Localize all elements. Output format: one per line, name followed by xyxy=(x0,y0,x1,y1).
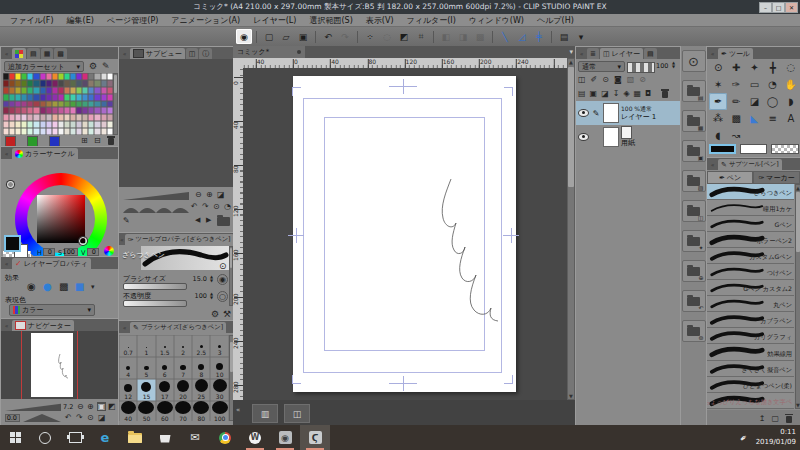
material-3d-folder[interactable]: ◫ xyxy=(682,200,706,222)
brush-size-12[interactable]: 12 xyxy=(119,379,137,401)
brush-size-50[interactable]: 50 xyxy=(137,401,155,421)
previous-image-icon[interactable]: ◀ xyxy=(195,216,200,224)
tool-eyedropper[interactable]: ✑ xyxy=(727,76,745,93)
brush-size-4[interactable]: 4 xyxy=(119,357,137,379)
brush-size-10[interactable]: 10 xyxy=(210,357,228,379)
opacity-stepper[interactable]: ▲▼ xyxy=(210,292,213,301)
snap-to-special-ruler-button[interactable]: ◿ xyxy=(514,29,530,44)
material-pose-folder[interactable]: ✦ xyxy=(682,230,706,252)
tool-text[interactable]: A xyxy=(782,110,800,127)
material-history-folder[interactable]: ↶ xyxy=(682,290,706,312)
expression-color-dropdown[interactable]: カラー ▾ xyxy=(9,304,95,316)
effect-tone-work-icon[interactable]: ● xyxy=(43,281,52,292)
color-mode-toggle-icon[interactable] xyxy=(104,246,114,256)
color-swatch[interactable] xyxy=(107,94,113,101)
subtool-brush-row[interactable]: カリグラフィ xyxy=(707,328,794,344)
zoom-in-icon[interactable]: ⊕ xyxy=(87,402,94,411)
sub-view-canvas[interactable] xyxy=(119,59,234,187)
tool-operate[interactable]: ✦ xyxy=(745,59,763,76)
main-color-chip[interactable] xyxy=(709,144,736,154)
tab-color-circle[interactable]: カラーサークル xyxy=(12,148,78,159)
subtool-brush-row[interactable]: 瞳用1カケ xyxy=(707,200,794,216)
navigator-zoom-slider[interactable] xyxy=(5,403,61,411)
rotate-right-icon[interactable]: ↷ xyxy=(202,202,209,211)
layer-name[interactable]: レイヤー 1 xyxy=(621,113,656,121)
invert-selection-button[interactable]: ◩ xyxy=(396,29,412,44)
group-tab-marker[interactable]: ✑ マーカー xyxy=(753,171,800,184)
taskbar-edge-button[interactable]: e xyxy=(90,425,120,450)
tab-sub-tool[interactable]: ✎ サブツール[ペン] xyxy=(718,159,782,170)
snap-to-ruler-button[interactable]: ╲ xyxy=(497,29,513,44)
brush-size-2.5[interactable]: 2.5 xyxy=(192,335,210,357)
color-swatch[interactable] xyxy=(107,101,113,108)
color-swatch[interactable] xyxy=(107,121,113,128)
effect-layer-color-icon[interactable]: ■ xyxy=(75,281,84,292)
deselect-button[interactable]: ⁘ xyxy=(362,29,378,44)
tab-layer-search[interactable]: ≣ xyxy=(587,48,599,59)
open-file-button[interactable]: ▱ xyxy=(278,29,294,44)
tab-layers[interactable]: ◫ レイヤー xyxy=(600,48,643,59)
menu-animation[interactable]: アニメーション(A) xyxy=(171,15,240,26)
fit-to-screen-icon[interactable]: ▣ xyxy=(97,402,106,411)
brush-size-stepper[interactable]: ▲▼ xyxy=(210,275,213,284)
brush-size-1.5[interactable]: 1.5 xyxy=(156,335,174,357)
tab-sub-view[interactable]: サブビュー xyxy=(130,48,185,59)
menu-selection[interactable]: 選択範囲(S) xyxy=(309,15,352,26)
rotate-right-icon[interactable]: ↷ xyxy=(76,413,83,422)
subtool-brush-row[interactable]: カスタムGペン xyxy=(707,248,794,264)
tool-eraser[interactable]: ◪ xyxy=(745,93,763,110)
subtool-brush-row[interactable]: ざらつきペン xyxy=(707,184,794,200)
menu-file[interactable]: ファイル(F) xyxy=(10,15,54,26)
brush-size-dynamics-button[interactable]: ◉ xyxy=(217,274,228,285)
material-image-material-folder[interactable]: ▨ xyxy=(682,170,706,192)
tool-select-area[interactable]: ◌ xyxy=(782,59,800,76)
menu-view[interactable]: 表示(V) xyxy=(366,15,394,26)
transfer-layer-icon[interactable]: ↧ xyxy=(613,89,620,98)
saturation-value-square[interactable] xyxy=(37,195,85,243)
tool-pen[interactable]: ✒ xyxy=(709,93,727,110)
brush-size-value[interactable]: 15.0 xyxy=(189,275,207,283)
panel-collapse-icon[interactable]: « xyxy=(577,48,586,59)
panel-collapse-icon[interactable]: « xyxy=(120,48,129,59)
material-color-pattern-folder[interactable]: ▤ xyxy=(682,80,706,102)
subtool-brush-row[interactable]: 丸ペン xyxy=(707,296,794,312)
wrench-icon[interactable]: ⚒ xyxy=(223,309,231,319)
layer-thumbnail[interactable] xyxy=(603,127,619,147)
panel-collapse-icon[interactable]: « xyxy=(708,48,717,59)
gear-icon[interactable]: ⚙ xyxy=(211,309,219,319)
zoom-out-icon[interactable]: ⊖ xyxy=(77,402,84,411)
brush-size-7[interactable]: 7 xyxy=(174,357,192,379)
subtool-brush-row[interactable]: Gペン カスタム2 xyxy=(707,280,794,296)
fit-icon[interactable]: ◪ xyxy=(217,190,225,199)
tool-frame[interactable]: ▭ xyxy=(745,76,763,93)
subtool-brush-row[interactable]: 効果線用 xyxy=(707,344,794,360)
h-value[interactable]: 0 xyxy=(43,248,55,256)
tool-pencil[interactable]: ✏ xyxy=(727,93,745,110)
sub-view-rotate-slider[interactable] xyxy=(123,203,189,213)
snap-to-grid-button[interactable]: ╪ xyxy=(531,29,547,44)
document-tab[interactable]: コミック* xyxy=(233,46,305,58)
tool-move-layer[interactable]: ╋ xyxy=(764,59,782,76)
quick-access-button[interactable]: ⊙ xyxy=(682,50,706,72)
new-file-button[interactable]: ▢ xyxy=(261,29,277,44)
panel-collapse-icon[interactable]: « xyxy=(120,322,129,333)
color-swatch[interactable] xyxy=(107,114,113,121)
brush-size-3[interactable]: 3 xyxy=(210,335,228,357)
tab-layer-property[interactable]: ✓ レイヤープロパティ xyxy=(12,258,91,269)
effect-border-icon[interactable]: ◉ xyxy=(27,281,36,292)
brush-size-8[interactable]: 8 xyxy=(192,357,210,379)
tab-intermediate-color[interactable]: ▦ xyxy=(41,48,54,59)
taskbar-chrome-button[interactable] xyxy=(210,425,240,450)
zoom-in-icon[interactable]: ⊕ xyxy=(206,190,213,199)
sub-view-zoom-slider[interactable] xyxy=(123,191,189,200)
reset-icon[interactable]: ⊙ xyxy=(213,202,220,211)
layer-opacity-value[interactable]: 100 xyxy=(656,62,668,70)
tab-scene-card[interactable]: ▤ xyxy=(644,48,657,59)
color-swatch[interactable] xyxy=(107,128,113,135)
brush-size-1[interactable]: 1 xyxy=(137,335,155,357)
next-image-icon[interactable]: ▶ xyxy=(206,216,211,224)
tab-approximate-color[interactable]: ▩ xyxy=(54,48,67,59)
material-download-folder[interactable]: ⊕ xyxy=(682,260,706,282)
lock-layer-icon[interactable]: ⊙ xyxy=(602,74,609,85)
brush-size-60[interactable]: 60 xyxy=(156,401,174,421)
